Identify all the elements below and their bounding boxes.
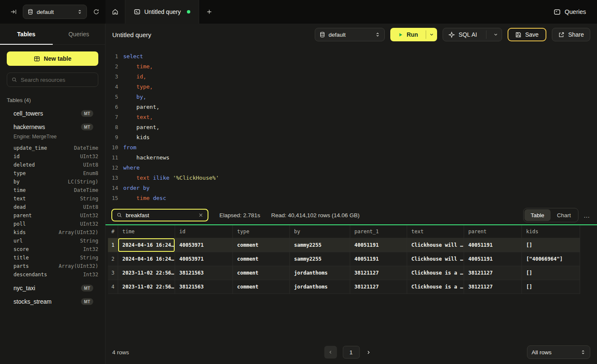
code-line[interactable]: parent, bbox=[123, 122, 597, 132]
table-cell[interactable]: sammy2255 bbox=[290, 252, 350, 266]
previous-page-button[interactable] bbox=[324, 346, 337, 359]
table-cell[interactable]: 40053971 bbox=[175, 238, 233, 252]
current-page-indicator[interactable]: 1 bbox=[343, 346, 359, 359]
search-resources-input[interactable] bbox=[21, 77, 94, 83]
column-row[interactable]: urlString bbox=[0, 237, 105, 245]
table-cell[interactable]: 2024-04-16 16:24… bbox=[118, 252, 175, 266]
code-line[interactable]: text, bbox=[123, 112, 597, 122]
column-row[interactable]: partsArray(UInt32) bbox=[0, 262, 105, 270]
code-line[interactable]: kids bbox=[123, 132, 597, 143]
column-row[interactable]: kidsArray(UInt32) bbox=[0, 228, 105, 237]
row-number[interactable]: 2 bbox=[108, 252, 118, 266]
code-line[interactable]: order by bbox=[123, 183, 597, 193]
code-line[interactable]: parent, bbox=[123, 102, 597, 112]
table-cell[interactable]: 2023-11-02 22:56… bbox=[118, 266, 175, 280]
table-cell[interactable]: Clickhouse is a … bbox=[407, 280, 464, 294]
table-cell[interactable]: 38121563 bbox=[175, 280, 233, 294]
column-header[interactable]: id bbox=[175, 225, 233, 238]
column-header[interactable]: by bbox=[290, 225, 350, 238]
column-row[interactable]: byLC(String) bbox=[0, 178, 105, 186]
column-row[interactable]: titleString bbox=[0, 253, 105, 262]
table-cell[interactable]: comment bbox=[233, 280, 290, 294]
column-row[interactable]: deletedUInt8 bbox=[0, 161, 105, 169]
column-row[interactable]: pollUInt32 bbox=[0, 220, 105, 228]
code-line[interactable]: time, bbox=[123, 62, 597, 72]
table-cell[interactable]: [] bbox=[522, 266, 580, 280]
sidebar-table-stocks-stream[interactable]: stocks_stream MT bbox=[0, 295, 105, 308]
column-header[interactable]: parent bbox=[464, 225, 522, 238]
table-cell[interactable]: Clickhouse will … bbox=[407, 252, 464, 266]
sql-editor[interactable]: 123456789101112131415 select time, id, t… bbox=[105, 46, 597, 206]
run-button-main[interactable]: Run bbox=[390, 28, 426, 41]
column-row[interactable]: deadUInt8 bbox=[0, 203, 105, 211]
table-cell[interactable]: 2024-04-16 16:24… bbox=[118, 238, 175, 252]
sql-ai-button[interactable]: SQL AI bbox=[443, 28, 502, 41]
table-cell[interactable]: comment bbox=[233, 266, 290, 280]
row-number[interactable]: 4 bbox=[108, 280, 118, 294]
collapse-sidebar-button[interactable] bbox=[8, 7, 19, 17]
column-row[interactable]: textString bbox=[0, 194, 105, 203]
table-cell[interactable]: 40051191 bbox=[350, 238, 407, 252]
share-button[interactable]: Share bbox=[552, 28, 590, 41]
sidebar-table-nyc-taxi[interactable]: nyc_taxi MT bbox=[0, 281, 105, 295]
tab-home[interactable] bbox=[105, 0, 125, 24]
code-line[interactable]: hackernews bbox=[123, 153, 597, 163]
table-cell[interactable]: 2023-11-02 22:56… bbox=[118, 280, 175, 294]
view-tab-chart[interactable]: Chart bbox=[551, 209, 577, 221]
more-options-button[interactable]: … bbox=[583, 212, 590, 219]
table-cell[interactable]: comment bbox=[233, 252, 290, 266]
code-line[interactable]: by, bbox=[123, 92, 597, 102]
queries-button[interactable]: Queries bbox=[554, 8, 586, 16]
table-cell[interactable]: Clickhouse will … bbox=[407, 238, 464, 252]
table-cell[interactable]: 40053971 bbox=[175, 252, 233, 266]
row-number[interactable]: 3 bbox=[108, 266, 118, 280]
column-row[interactable]: idUInt32 bbox=[0, 152, 105, 161]
table-cell[interactable]: [] bbox=[522, 280, 580, 294]
code-line[interactable]: time desc bbox=[123, 193, 597, 203]
table-cell[interactable]: 40051191 bbox=[464, 238, 522, 252]
column-header[interactable]: text bbox=[407, 225, 464, 238]
code-line[interactable]: id, bbox=[123, 72, 597, 82]
column-row[interactable]: scoreInt32 bbox=[0, 245, 105, 253]
column-row[interactable]: update_timeDateTime bbox=[0, 144, 105, 152]
code-line[interactable]: where bbox=[123, 163, 597, 173]
column-header[interactable]: parent_1 bbox=[350, 225, 407, 238]
row-number[interactable]: 1 bbox=[108, 238, 118, 252]
sidebar-table-cell-towers[interactable]: cell_towers MT bbox=[0, 107, 105, 120]
sidebar-tab-tables[interactable]: Tables bbox=[0, 24, 53, 44]
sql-ai-main[interactable]: SQL AI bbox=[443, 31, 483, 38]
table-cell[interactable]: Clickhouse is a … bbox=[407, 266, 464, 280]
run-options-caret[interactable] bbox=[426, 28, 437, 41]
table-cell[interactable]: sammy2255 bbox=[290, 238, 350, 252]
table-cell[interactable]: ["40066964"] bbox=[522, 252, 580, 266]
next-page-button[interactable] bbox=[365, 350, 371, 355]
sidebar-table-hackernews[interactable]: hackernews MT bbox=[0, 120, 105, 134]
tab-untitled-query[interactable]: Untitled query bbox=[125, 0, 199, 24]
refresh-button[interactable] bbox=[91, 7, 101, 17]
run-button[interactable]: Run bbox=[390, 28, 437, 41]
results-filter-input[interactable] bbox=[126, 212, 195, 218]
sidebar-tab-queries[interactable]: Queries bbox=[53, 24, 105, 44]
table-cell[interactable]: 38121127 bbox=[350, 266, 407, 280]
table-cell[interactable]: 40051191 bbox=[464, 252, 522, 266]
table-cell[interactable]: 38121127 bbox=[350, 280, 407, 294]
table-cell[interactable]: 38121127 bbox=[464, 280, 522, 294]
column-header[interactable]: type bbox=[233, 225, 290, 238]
view-tab-table[interactable]: Table bbox=[524, 209, 551, 221]
column-header[interactable]: kids bbox=[522, 225, 580, 238]
editor-code[interactable]: select time, id, type, by, parent, text,… bbox=[123, 51, 597, 206]
table-cell[interactable]: 38121127 bbox=[464, 266, 522, 280]
table-cell[interactable]: comment bbox=[233, 238, 290, 252]
column-header[interactable]: # bbox=[108, 225, 118, 238]
new-table-button[interactable]: New table bbox=[7, 51, 98, 66]
query-database-selector[interactable]: default bbox=[315, 28, 385, 41]
column-row[interactable]: timeDateTime bbox=[0, 186, 105, 194]
code-line[interactable]: from bbox=[123, 143, 597, 153]
table-cell[interactable]: 38121563 bbox=[175, 266, 233, 280]
save-button[interactable]: Save bbox=[508, 28, 546, 41]
sql-ai-caret[interactable] bbox=[490, 32, 502, 37]
column-row[interactable]: parentUInt32 bbox=[0, 211, 105, 220]
column-row[interactable]: descendantsInt32 bbox=[0, 270, 105, 279]
code-line[interactable]: select bbox=[123, 51, 597, 62]
table-cell[interactable]: 40051191 bbox=[350, 252, 407, 266]
